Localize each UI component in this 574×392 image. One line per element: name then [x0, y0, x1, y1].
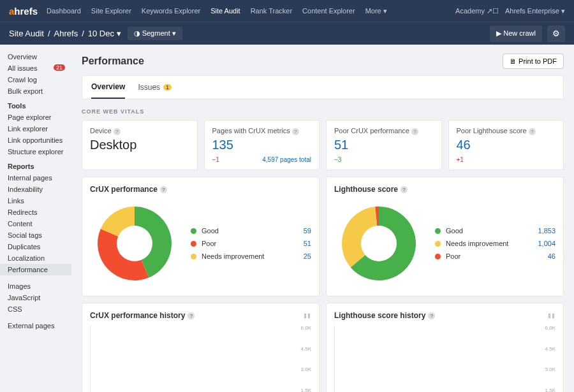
sidebar-item-crawl-log[interactable]: Crawl log [0, 74, 71, 85]
gear-icon: ⚙ [552, 29, 560, 38]
nav-site-explorer[interactable]: Site Explorer [91, 7, 131, 15]
sidebar-item-css[interactable]: CSS [0, 303, 71, 315]
new-crawl-button[interactable]: ▶ New crawl [490, 25, 542, 42]
sidebar-item-social-tags[interactable]: Social tags [0, 229, 71, 241]
metric-poor-lh: Poor Lighthouse score ? 46 +1 [448, 120, 564, 170]
legend-value[interactable]: 25 [304, 252, 311, 260]
chart-toggle-icon[interactable]: ⫾⫾ [304, 311, 311, 320]
chart-toggle-icon[interactable]: ⫾⫾ [548, 311, 556, 320]
panel-crux-performance: CrUX performance ?Good59Poor51Needs impr… [82, 177, 320, 296]
legend-row: Needs improvement1,004 [435, 237, 556, 250]
sidebar-item-performance[interactable]: Performance [0, 264, 71, 275]
info-icon[interactable]: ? [292, 128, 299, 135]
donut-chart [90, 199, 179, 288]
sidebar-item-all-issues[interactable]: All issues21 [0, 62, 71, 74]
sidebar-item-images[interactable]: Images [0, 280, 71, 292]
svg-point-0 [117, 226, 152, 261]
section-label: CORE WEB VITALS [82, 108, 564, 115]
nav-site-audit[interactable]: Site Audit [210, 7, 240, 15]
external-icon: ↗ [487, 7, 492, 15]
sidebar-heading-tools: Tools [0, 97, 71, 112]
info-icon[interactable]: ? [114, 128, 121, 135]
legend-row: Needs improvement25 [191, 250, 311, 263]
checkbox-icon: ☐ [492, 7, 499, 15]
info-icon[interactable]: ? [529, 128, 536, 135]
sidebar-item-indexability[interactable]: Indexability [0, 184, 71, 195]
info-icon[interactable]: ? [160, 186, 167, 193]
legend-row: Good59 [191, 224, 311, 237]
legend-row: Poor51 [191, 237, 311, 250]
svg-point-1 [361, 226, 397, 261]
bar-chart: 6.0K4.5K3.0K1.5K0 [90, 325, 311, 392]
settings-button[interactable]: ⚙ [547, 25, 565, 42]
legend-value[interactable]: 1,853 [538, 227, 556, 235]
sidebar-item-links[interactable]: Links [0, 195, 71, 207]
sidebar-item-javascript[interactable]: JavaScript [0, 292, 71, 303]
panel-lighthouse-score: Lighthouse score ?Good1,853Needs improve… [326, 177, 564, 296]
sidebar-item-external-pages[interactable]: External pages [0, 320, 71, 331]
tab-issues[interactable]: Issues1 [138, 76, 172, 99]
panel-title: CrUX performance history ?⫾⫾ [90, 311, 311, 320]
print-button[interactable]: 🗎 Print to PDF [503, 54, 564, 69]
panel-title: Lighthouse score history ?⫾⫾ [334, 311, 556, 320]
info-icon[interactable]: ? [411, 128, 418, 135]
sidebar-item-page-explorer[interactable]: Page explorer [0, 112, 71, 123]
panel-crux-performance-history: CrUX performance history ?⫾⫾ 6.0K4.5K3.0… [82, 303, 320, 392]
panel-title: CrUX performance ? [90, 185, 311, 194]
page-title: Performance [82, 55, 144, 67]
breadcrumb: Site Audit/ Ahrefs/ 10 Dec ▾ [9, 29, 121, 38]
pages-total-link[interactable]: 4,597 pages total [262, 156, 311, 163]
issues-badge: 21 [54, 64, 65, 71]
nav-content-explorer[interactable]: Content Explorer [302, 7, 355, 15]
legend-row: Poor46 [435, 250, 556, 263]
sidebar-item-bulk-export[interactable]: Bulk export [0, 85, 71, 97]
legend-row: Good1,853 [435, 224, 556, 237]
account-menu[interactable]: Ahrefs Enterprise ▾ [505, 7, 565, 15]
info-icon[interactable]: ? [401, 186, 408, 193]
legend-value[interactable]: 1,004 [538, 240, 556, 247]
nav-dashboard[interactable]: Dashboard [47, 7, 81, 15]
donut-chart [334, 199, 423, 288]
nav-keywords-explorer[interactable]: Keywords Explorer [142, 7, 200, 15]
segment-button[interactable]: ◑ Segment ▾ [128, 27, 182, 40]
legend-value[interactable]: 51 [304, 240, 311, 247]
sidebar-item-structure-explorer[interactable]: Structure explorer [0, 146, 71, 157]
metric-poor-crux: Poor CrUX performance ? 51 −3 [326, 120, 442, 170]
panel-title: Lighthouse score ? [334, 185, 556, 194]
nav-more[interactable]: More ▾ [365, 7, 387, 15]
info-icon[interactable]: ? [188, 312, 195, 319]
info-icon[interactable]: ? [428, 312, 435, 319]
sidebar-item-redirects[interactable]: Redirects [0, 207, 71, 218]
legend-value[interactable]: 59 [304, 227, 311, 235]
metric-device: Device ? Desktop [82, 120, 198, 170]
sidebar-item-duplicates[interactable]: Duplicates [0, 241, 71, 252]
sidebar-item-link-explorer[interactable]: Link explorer [0, 123, 71, 134]
tab-overview[interactable]: Overview [91, 76, 125, 99]
sidebar-item-localization[interactable]: Localization [0, 252, 71, 264]
sidebar-heading-reports: Reports [0, 157, 71, 172]
nav-academy[interactable]: Academy [455, 7, 485, 15]
sidebar-item-link-opportunities[interactable]: Link opportunities [0, 134, 71, 146]
panel-lighthouse-score-history: Lighthouse score history ?⫾⫾ 6.0K4.5K3.0… [326, 303, 564, 392]
date-dropdown[interactable]: 10 Dec ▾ [88, 29, 121, 38]
sidebar-item-overview[interactable]: Overview [0, 51, 71, 62]
nav-rank-tracker[interactable]: Rank Tracker [251, 7, 292, 15]
sidebar-item-internal-pages[interactable]: Internal pages [0, 172, 71, 184]
metric-crux-pages: Pages with CrUX metrics ? 135 −14,597 pa… [204, 120, 320, 170]
legend-value[interactable]: 46 [548, 252, 556, 260]
sidebar-item-content[interactable]: Content [0, 218, 71, 229]
logo[interactable]: ahrefs [9, 6, 38, 17]
bar-chart: 6.0K4.5K3.0K1.5K0 [334, 325, 556, 392]
